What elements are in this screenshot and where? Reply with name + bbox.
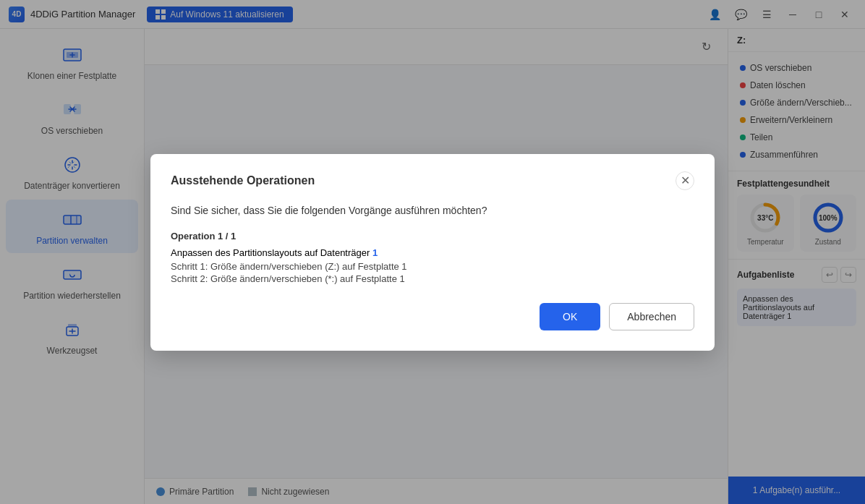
modal-header: Ausstehende Operationen ✕ xyxy=(171,171,694,190)
operation-step2: Schritt 2: Größe ändern/verschieben (*:)… xyxy=(171,273,694,284)
ok-button[interactable]: OK xyxy=(540,303,600,330)
confirm-question: Sind Sie sicher, dass Sie die folgenden … xyxy=(171,205,694,216)
operation-step1: Schritt 1: Größe ändern/verschieben (Z:)… xyxy=(171,261,694,272)
modal-title: Ausstehende Operationen xyxy=(171,174,315,187)
operation-number: 1 xyxy=(372,247,378,258)
operation-name-prefix: Anpassen des Partitionslayouts auf Daten… xyxy=(171,247,370,258)
cancel-button[interactable]: Abbrechen xyxy=(609,303,694,330)
operation-name: Anpassen des Partitionslayouts auf Daten… xyxy=(171,247,694,258)
modal-body: Sind Sie sicher, dass Sie die folgenden … xyxy=(171,205,694,303)
confirm-modal: Ausstehende Operationen ✕ Sind Sie siche… xyxy=(150,154,715,351)
operation-counter: Operation 1 / 1 xyxy=(171,231,694,242)
modal-overlay[interactable]: Ausstehende Operationen ✕ Sind Sie siche… xyxy=(0,0,865,504)
modal-close-button[interactable]: ✕ xyxy=(676,171,694,190)
modal-footer: OK Abbrechen xyxy=(171,303,694,330)
